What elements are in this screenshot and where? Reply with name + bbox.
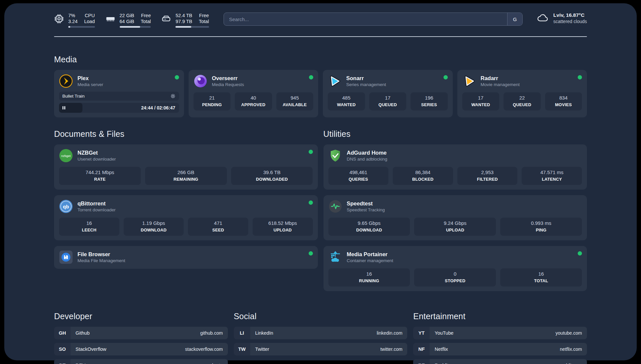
stat-value: 266 GB [146,169,226,176]
dashboard-page: 7% CPU 3.24 Load [4,3,637,360]
stat-label: PENDING [195,102,229,107]
bookmark-bar: Reddit reddit.com [430,359,587,364]
bookmark-abbr: DT [54,359,71,364]
bookmark-row[interactable]: GH Github github.com [54,327,228,339]
cpu-label: CPU [84,13,95,18]
stat-label: FILTERED [459,176,516,182]
bookmark-row[interactable]: NF Netflix netflix.com [413,343,587,355]
stat-box: 40 APPROVED [235,92,272,110]
bookmark-row[interactable]: DT DEV dev.to [54,359,228,364]
cpu-progress-track [68,26,95,28]
status-online-dot [309,251,313,256]
bookmark-url: dev.to [211,363,223,364]
sonarr-card[interactable]: Sonarr Series management 485 WANTED 17 Q… [323,70,453,117]
stat-box: 86,384 BLOCKED [393,167,453,185]
media-cards-row: Plex Media server Bullet Train [54,70,587,117]
bookmark-row[interactable]: RE Reddit reddit.com [413,359,587,364]
qbittorrent-card[interactable]: qb qBittorrent Torrent downloader [54,195,318,240]
stat-value: 40 [236,95,271,101]
section-title-developer: Developer [54,312,228,321]
stat-label: APPROVED [236,102,271,107]
disk-drive-icon [161,14,171,24]
social-column: Social LI LinkedIn linkedin.com TW [234,312,408,364]
playback-progress-bar[interactable]: 24:44 / 02:06:47 [59,103,179,113]
memory-free-label: Free [141,13,151,18]
radarr-icon [462,74,476,88]
stat-value: 86,384 [394,169,452,176]
stat-box: 17 QUEUED [369,92,407,110]
portainer-card[interactable]: Media Portainer Container management 16 … [323,246,587,291]
weather-widget[interactable]: Lviv, 16.87°C scattered clouds [536,12,587,24]
stat-box: 485 WANTED [328,92,365,110]
bookmark-row[interactable]: LI LinkedIn linkedin.com [234,327,408,339]
card-title: NZBGet [77,149,116,156]
stat-box: 21 PENDING [194,92,231,110]
status-online-dot [309,150,313,154]
disk-total-value: 97.9 TB [175,18,192,24]
middle-columns: Documents & Files nzbget NZBGet Usenet d… [54,129,587,291]
speedtest-card[interactable]: Speedtest Speedtest Tracking 9.65 Gbps D… [323,195,587,240]
card-subtitle: Speedtest Tracking [347,207,385,213]
bookmark-bar: StackOverflow stackoverflow.com [71,343,228,355]
stats-row: 16 LEECH 1.19 Gbps DOWNLOAD 471 SE [59,218,313,236]
bookmark-bar: YouTube youtube.com [430,327,587,339]
bookmark-name: Reddit [435,363,448,364]
card-subtitle: Media File Management [77,258,125,263]
stat-label: PING [502,227,581,233]
bookmark-row[interactable]: TW Twitter twitter.com [234,343,408,355]
bookmark-row[interactable]: SO StackOverflow stackoverflow.com [54,343,228,355]
memory-total-label: Total [141,18,151,24]
plex-card[interactable]: Plex Media server Bullet Train [54,70,184,117]
stat-box: 0 STOPPED [414,268,496,287]
disk-progress-fill [175,26,191,28]
search-bar[interactable]: G [224,13,523,26]
section-title-social: Social [234,312,408,321]
search-input[interactable] [224,13,507,25]
filebrowser-card[interactable]: File Browser Media File Management [54,246,318,269]
adguard-card[interactable]: AdGuard Home DNS and adblocking 498,461 … [323,144,587,190]
now-playing-row: Bullet Train [59,92,179,101]
disk-total-label: Total [199,18,209,24]
card-title: qBittorrent [77,200,116,207]
stats-row: 485 WANTED 17 QUEUED 196 SERIES [328,92,448,110]
stat-label: STOPPED [415,278,495,284]
card-subtitle: Torrent downloader [77,207,116,213]
qbittorrent-icon: qb [59,199,73,213]
memory-total-value: 64 GiB [120,18,134,24]
stat-box: 22 QUEUED [504,92,541,110]
stat-value: 744.21 Mbps [60,169,139,176]
stat-label: SERIES [412,102,446,107]
nzbget-card[interactable]: nzbget NZBGet Usenet downloader [54,144,318,190]
entertainment-column: Entertainment YT YouTube youtube.com NF [413,312,587,364]
developer-column: Developer GH Github github.com SO [54,312,228,364]
section-title-entertainment: Entertainment [413,312,587,321]
playback-time: 24:44 / 02:06:47 [141,105,175,110]
stat-value: 17 [371,95,405,101]
bookmark-row[interactable]: YT YouTube youtube.com [413,327,587,339]
bookmark-abbr: SO [54,343,71,355]
bookmark-url: linkedin.com [377,330,403,336]
stat-label: LATENCY [523,176,581,182]
system-stats: 7% CPU 3.24 Load [54,12,209,28]
radarr-card[interactable]: Radarr Movie management 17 WANTED 22 QUE… [457,70,587,117]
stat-label: AVAILABLE [278,102,312,107]
stat-label: BLOCKED [394,176,452,182]
status-online-dot [175,75,179,79]
overseerr-card[interactable]: Overseerr Media Requests 21 PENDING 40 A… [189,70,319,117]
section-title-media: Media [54,55,587,64]
stat-label: DOWNLOAD [125,227,183,233]
status-online-dot [443,75,448,79]
stat-box: 266 GB REMAINING [145,167,227,185]
ram-icon [106,14,115,24]
search-engine-button[interactable]: G [507,13,522,25]
bookmark-abbr: NF [413,343,430,355]
stat-label: QUEUED [505,102,539,107]
stat-value: 2,953 [459,169,516,176]
stat-label: WANTED [464,102,498,107]
stat-label: DOWNLOAD [330,227,409,233]
settings-gear-icon[interactable] [170,93,176,99]
stat-box: 16 TOTAL [500,268,582,287]
stat-value: 0.993 ms [502,220,581,227]
pause-icon[interactable] [62,106,66,110]
card-title: Speedtest [347,200,385,207]
